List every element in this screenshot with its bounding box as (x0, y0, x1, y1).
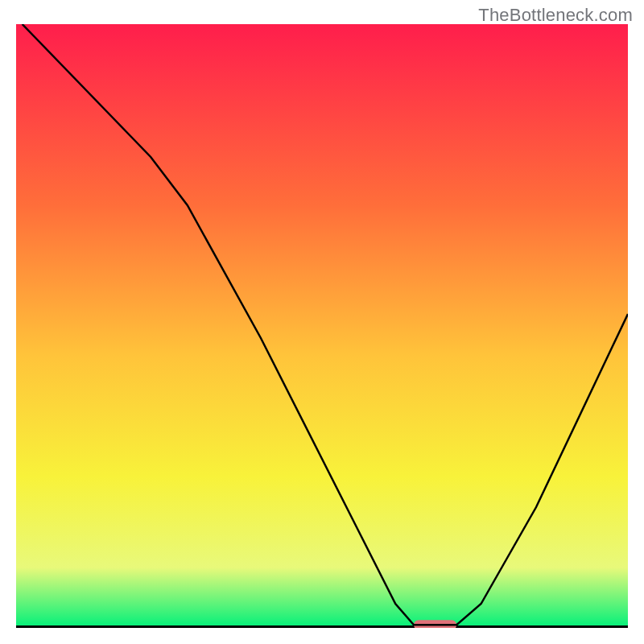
x-axis-baseline (16, 625, 628, 628)
watermark-text: TheBottleneck.com (478, 5, 633, 26)
chart-canvas (16, 24, 628, 628)
chart-svg (16, 24, 628, 628)
gradient-background (16, 24, 628, 628)
